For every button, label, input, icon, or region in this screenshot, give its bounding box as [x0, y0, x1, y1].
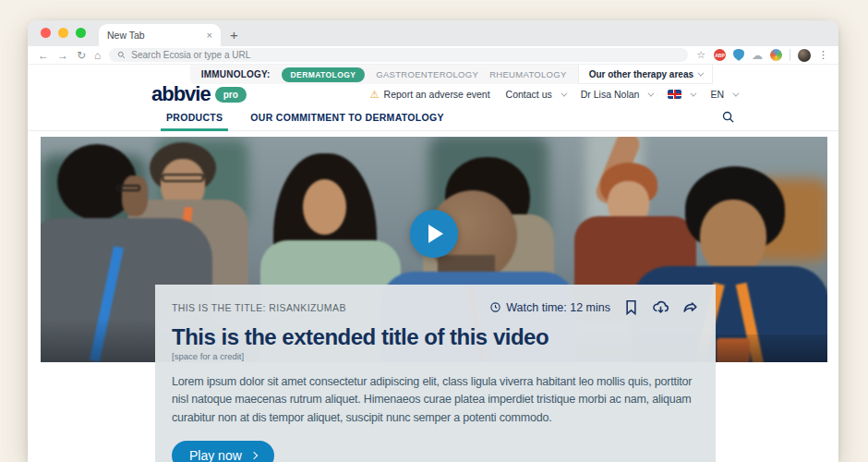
country-flag-dropdown[interactable] [668, 90, 694, 99]
cloud-extension-icon[interactable]: ☁ [752, 50, 763, 61]
chevron-down-icon [561, 90, 567, 96]
photo-shape [122, 176, 148, 216]
address-bar[interactable]: Search Ecosia or type a URL [109, 48, 688, 62]
minimize-window-button[interactable] [58, 28, 68, 38]
download-icon[interactable] [652, 298, 669, 316]
play-now-button[interactable]: Play now [172, 441, 274, 462]
share-icon[interactable] [681, 298, 699, 316]
privacy-shield-extension-icon[interactable] [733, 49, 744, 61]
photo-shape [700, 200, 766, 275]
abbvie-pro-page: IMMUNOLOGY: DERMATOLOGY GASTROENTEROLOGY… [28, 65, 838, 462]
chevron-down-icon [691, 90, 697, 96]
ecosia-extension-icon[interactable] [770, 49, 782, 61]
profile-avatar[interactable] [798, 49, 811, 62]
nav-item-products[interactable]: PRODUCTS [166, 107, 223, 129]
uk-flag-icon [668, 90, 681, 99]
report-adverse-event-link[interactable]: ⚠ Report an adverse event [370, 89, 490, 100]
site-header: abbvie pro ⚠ Report an adverse event Con… [151, 81, 737, 107]
video-play-button[interactable] [410, 210, 458, 258]
toolbar-divider [790, 49, 790, 61]
other-therapy-areas-label: Our other therapy areas [589, 69, 693, 79]
site-search-button[interactable] [721, 110, 735, 128]
forward-icon[interactable]: → [57, 50, 68, 61]
abbvie-pro-logo[interactable]: abbvie pro [151, 82, 247, 106]
language-label: EN [710, 89, 724, 100]
user-name: Dr Lisa Nolan [581, 89, 640, 100]
contact-us-label: Contact us [506, 89, 552, 100]
warning-icon: ⚠ [370, 90, 380, 100]
video-eyebrow: THIS IS THE TITLE: RISANKIZUMAB [172, 302, 346, 313]
play-icon [428, 225, 443, 243]
video-info-card: THIS IS THE TITLE: RISANKIZUMAB Watch ti… [155, 285, 716, 462]
therapy-category-label: IMMUNOLOGY: [201, 69, 271, 79]
chevron-down-icon [648, 90, 655, 96]
browser-toolbar: ← → ↻ ⌂ Search Ecosia or type a URL ☆ AB… [28, 46, 838, 65]
nav-divider [28, 130, 838, 131]
reload-icon[interactable]: ↻ [77, 50, 86, 61]
new-tab-button[interactable]: + [230, 27, 238, 46]
address-placeholder: Search Ecosia or type a URL [131, 50, 250, 60]
search-icon [117, 51, 126, 59]
logo-pro-badge: pro [215, 87, 247, 103]
tab-strip: New Tab × + [28, 20, 838, 46]
photo-shape [162, 174, 204, 182]
adblock-extension-icon[interactable]: ABP [714, 49, 726, 61]
contact-us-dropdown[interactable]: Contact us [506, 89, 565, 100]
nav-item-commitment[interactable]: OUR COMMITMENT TO DERMATOLOGY [250, 107, 443, 129]
video-title: This is the extended title of this video [172, 324, 699, 350]
header-links: ⚠ Report an adverse event Contact us Dr … [370, 89, 737, 100]
main-nav: PRODUCTS OUR COMMITMENT TO DERMATOLOGY [166, 107, 735, 129]
tab-gastroenterology[interactable]: GASTROENTEROLOGY [376, 69, 478, 79]
bookmark-icon[interactable] [622, 298, 640, 316]
browser-tab[interactable]: New Tab × [99, 24, 221, 46]
close-tab-icon[interactable]: × [207, 30, 212, 41]
extensions-area: ABP ☁ ⋮ [714, 49, 828, 62]
browser-window: New Tab × + ← → ↻ ⌂ Search Ecosia or typ… [28, 20, 838, 462]
chevron-down-icon [697, 69, 704, 76]
clock-icon [489, 301, 501, 313]
user-menu[interactable]: Dr Lisa Nolan [581, 89, 653, 100]
chevron-down-icon [732, 90, 739, 96]
watch-time-label: Watch time: 12 mins [506, 301, 610, 314]
tab-title: New Tab [107, 30, 145, 41]
tab-dermatology[interactable]: DERMATOLOGY [282, 67, 366, 82]
home-icon[interactable]: ⌂ [94, 50, 101, 61]
chevron-right-icon [250, 452, 258, 459]
play-now-label: Play now [189, 448, 242, 462]
browser-menu-icon[interactable]: ⋮ [818, 49, 828, 61]
language-dropdown[interactable]: EN [710, 89, 737, 100]
report-adverse-event-label: Report an adverse event [384, 89, 490, 100]
close-window-button[interactable] [41, 28, 51, 38]
video-description: Lorem ipsum dolor sit amet consectetur a… [172, 373, 699, 427]
back-icon[interactable]: ← [38, 50, 49, 61]
photo-shape [303, 179, 346, 235]
logo-wordmark: abbvie [151, 82, 211, 106]
video-credit: [space for a credit] [172, 351, 699, 361]
search-icon [721, 110, 735, 124]
bookmark-star-icon[interactable]: ☆ [696, 49, 705, 61]
window-controls [41, 20, 86, 46]
video-meta: Watch time: 12 mins [489, 298, 699, 316]
photo-shape [116, 185, 140, 191]
zoom-window-button[interactable] [76, 28, 86, 38]
watch-time: Watch time: 12 mins [489, 301, 610, 314]
tab-rheumatology[interactable]: RHEUMATOLOGY [489, 69, 566, 79]
